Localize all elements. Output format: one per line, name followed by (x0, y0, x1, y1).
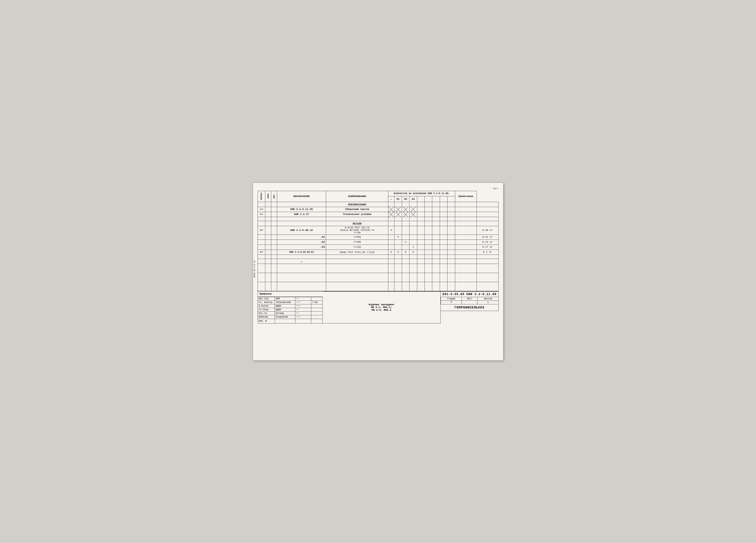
stadia-label: Стадия (441, 297, 462, 301)
table-row: -01 ℓ=650 4 0.51 кг (258, 234, 498, 239)
th-dash: — (388, 196, 394, 202)
td-naim: Б-5×20 ГОСТ 103-76 Полоса ВСт3КП2 ГОСТ53… (326, 226, 388, 234)
listov-label: Листов (477, 297, 498, 301)
td-02 (402, 234, 409, 239)
table-row (258, 263, 498, 273)
sign-name: ЮДИН (275, 308, 295, 312)
td-zona (265, 226, 271, 234)
table-row: Детали (258, 221, 498, 226)
td-pos (271, 226, 277, 234)
inv-label: Инв. № (258, 319, 275, 323)
td-01: 4 (394, 234, 402, 239)
main-table: ФОРМАТ ЗОНА ПОЗ. ОБОЗНАЧЕНИЕ НАИМЕНОВАНИ… (258, 191, 499, 291)
table-row: Б4 КЖИ 3.2-0.00.09-01 ∅8АШ ГОСТ 5781-82 … (258, 249, 498, 254)
td-02: 5 (402, 249, 409, 254)
sign-name: Поздняков (275, 315, 295, 319)
listov-val: 1 (477, 301, 498, 304)
header-row1: ФОРМАТ ЗОНА ПОЗ. ОБОЗНАЧЕНИЕ НАИМЕНОВАНИ… (258, 191, 498, 196)
td-02-cross (402, 212, 409, 217)
td-01 (394, 244, 402, 249)
stadia-header-row: Стадия Лист Листов (441, 297, 498, 301)
inv-row: Инв. № (258, 319, 322, 323)
right-block: 801-2-65.85 КЖИ 3.2-0.11.00 Стадия Лист … (441, 292, 499, 324)
sign-label: Инженер (258, 315, 275, 319)
sign-date: 7:95 (311, 301, 322, 304)
table-row (258, 273, 498, 282)
td-format (258, 202, 265, 207)
td-03 (409, 234, 417, 239)
td-03 (409, 221, 417, 226)
td-dash (388, 239, 394, 244)
td-e3 (432, 202, 440, 207)
td-01-cross (394, 207, 402, 212)
td-03-cross (409, 212, 417, 217)
td-naim: Технические условия (326, 212, 388, 217)
td-oboz (277, 221, 326, 226)
td-oboz (277, 202, 326, 207)
td-oboz: КЖИ 3.2-0.11.00 (277, 207, 326, 212)
sign-name: Котаар (275, 312, 295, 315)
td-naim: ℓ=650 (326, 234, 388, 239)
td-e6 (455, 202, 477, 207)
page: Лист ФОРМАТ ЗОНА ПОЗ. ОБОЗНАЧЕ (253, 183, 503, 360)
td-oboz-arrow: ↵ (277, 258, 326, 263)
product-line3: МН 3-3; МН3-4 (372, 309, 391, 312)
sign-row: Гл.Спец. ЮДИН ~~ (258, 308, 322, 312)
th-03: 03 (409, 196, 417, 202)
td-e1 (417, 207, 424, 212)
th-pos: ПОЗ. (271, 191, 277, 202)
stadia-values-row: Р 1 (441, 301, 498, 304)
org-name: ГИПРОНИСЕЛЬХОЗ (441, 305, 499, 311)
table-row: -02 ℓ=400 1 0.31 кг (258, 239, 498, 244)
side-label: ВИ00-00 С/В-30 (254, 260, 256, 278)
td-02 (402, 202, 409, 207)
td-dash (388, 244, 394, 249)
th-e4 (417, 196, 424, 202)
th-e5 (425, 196, 432, 202)
td-naim-det: Детали (326, 221, 388, 226)
sign-sig: ~~~ (295, 315, 311, 319)
td-02-cross (402, 207, 409, 212)
td-pos (271, 221, 277, 226)
table-row: Б4 КЖИ 3.2-0.00.10 Б-5×20 ГОСТ 103-76 По… (258, 226, 498, 234)
td-oboz: -01 (277, 234, 326, 239)
sign-date (311, 304, 322, 308)
privyazki-label: Привязки (258, 292, 323, 297)
th-02: 02 (402, 196, 409, 202)
td-01: 5 (394, 249, 402, 254)
td-zona (265, 212, 271, 217)
sign-row: Инженер Поздняков ~~~ (258, 315, 322, 319)
td-e1 (417, 202, 424, 207)
td-02: 1 (402, 239, 409, 244)
table-row: Документация (258, 202, 498, 207)
sign-label: Гл.Спец. (258, 308, 275, 312)
td-format: А4 (258, 212, 265, 217)
td-dash (388, 202, 394, 207)
td-pos (271, 207, 277, 212)
td-format: Б4 (258, 226, 265, 234)
sign-table: Нач.отд. КИМ ~~ Гл. Констр. Теляковский … (258, 297, 323, 324)
sign-row: Рук.гр. Котаар ~~ (258, 312, 322, 315)
td-zona (265, 202, 271, 207)
td-03-cross (409, 207, 417, 212)
table-row (258, 217, 498, 221)
td-01 (394, 202, 402, 207)
td-zona (265, 207, 271, 212)
td-e3 (432, 212, 440, 217)
sign-row: Нач.отд. КИМ ~~ (258, 297, 322, 301)
td-01-cross (394, 212, 402, 217)
sign-label: Рук.гр. (258, 312, 275, 315)
table-row: А4 КЖИ 3.2-ТУ Технические условия (258, 212, 498, 217)
sign-sig: ~~~ (295, 301, 311, 304)
td-dash: 4 (388, 226, 394, 234)
sign-sig: ~~ (295, 297, 311, 301)
td-dash-cross (388, 212, 394, 217)
th-e6 (432, 196, 440, 202)
td-prim (477, 221, 498, 226)
td-prim: 0.59 кг (477, 226, 498, 234)
td-e2 (425, 212, 432, 217)
top-note: Лист (258, 187, 499, 190)
th-kolichestvo: Количество на исполнение КЖИ 3.2-0.11.00… (388, 191, 455, 196)
td-e6 (455, 212, 477, 217)
sign-name: ЮДИН (275, 304, 295, 308)
